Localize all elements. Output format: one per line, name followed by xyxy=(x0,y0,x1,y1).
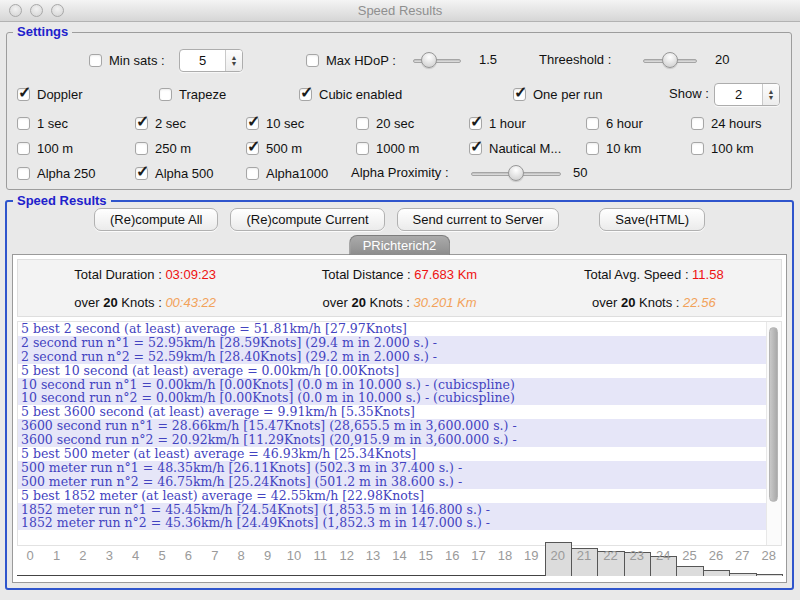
min-sats-spinner[interactable]: 5 ▲▼ xyxy=(179,49,243,72)
histogram-tick-label: 10 xyxy=(281,548,307,563)
total-duration: Total Duration : 03:09:23 xyxy=(74,267,216,282)
histogram-tick-label: 13 xyxy=(360,548,386,563)
alpha-proximity-slider[interactable] xyxy=(471,165,561,182)
checkbox-box xyxy=(513,88,526,101)
checkbox-alpha-250[interactable]: Alpha 250 xyxy=(17,162,96,184)
minimize-button[interactable] xyxy=(30,4,43,17)
checkbox-100-m[interactable]: 100 m xyxy=(17,137,73,159)
speed-over-knots: over 20 Knots : 22.56 xyxy=(592,295,716,310)
checkbox-box xyxy=(586,142,599,155)
checkbox-2-sec[interactable]: 2 sec xyxy=(135,112,186,134)
max-hdop-slider[interactable] xyxy=(413,52,461,69)
slider-thumb[interactable] xyxy=(421,52,437,68)
histogram-tick-label: 23 xyxy=(624,548,650,563)
checkbox-1-sec[interactable]: 1 sec xyxy=(17,112,68,134)
checkbox-one-per-run[interactable]: One per run xyxy=(513,83,602,105)
histogram-tick-label: 6 xyxy=(175,548,201,563)
checkbox-cubic-enabled[interactable]: Cubic enabled xyxy=(299,83,402,105)
checkbox-label: Min sats : xyxy=(109,53,165,68)
checkbox-alpha-1000[interactable]: Alpha1000 xyxy=(246,162,328,184)
scrollbar-thumb[interactable] xyxy=(769,327,778,502)
checkbox-100-km[interactable]: 100 km xyxy=(691,137,754,159)
checkbox-6-hour[interactable]: 6 hour xyxy=(586,112,643,134)
save-html-button[interactable]: Save(HTML) xyxy=(599,208,705,231)
run-line: 3600 second run n°2 = 20.92km/h [11.29Kn… xyxy=(18,433,781,447)
show-label: Show : xyxy=(669,86,709,101)
checkbox-24-hours[interactable]: 24 hours xyxy=(691,112,762,134)
run-line: 500 meter run n°1 = 48.35km/h [26.11Knot… xyxy=(18,461,781,475)
max-hdop-value: 1.5 xyxy=(479,52,497,67)
histogram-tick-label: 4 xyxy=(123,548,149,563)
checkbox-label: One per run xyxy=(533,87,602,102)
send-to-server-button[interactable]: Send current to Server xyxy=(397,208,560,231)
run-results-list[interactable]: 5 best 2 second (at least) average = 51.… xyxy=(17,321,782,546)
checkbox-10-km[interactable]: 10 km xyxy=(586,137,641,159)
duration-over-knots: over 20 Knots : 00:43:22 xyxy=(74,295,216,310)
run-line: 5 best 10 second (at least) average = 0.… xyxy=(18,364,781,378)
checkbox-label: Doppler xyxy=(37,87,83,102)
histogram-tick-label: 15 xyxy=(413,548,439,563)
checkbox-20-sec[interactable]: 20 sec xyxy=(356,112,414,134)
recompute-all-button[interactable]: (Re)compute All xyxy=(94,208,218,231)
checkbox-box xyxy=(17,167,30,180)
stepper-arrows-icon[interactable]: ▲▼ xyxy=(762,84,779,105)
show-spinner[interactable]: 2 ▲▼ xyxy=(714,83,780,106)
checkbox-nautical-mile[interactable]: Nautical M... xyxy=(469,137,561,159)
slider-thumb[interactable] xyxy=(662,52,678,68)
checkbox-min-sats[interactable]: Min sats : xyxy=(89,49,165,71)
histogram-tick-label: 2 xyxy=(70,548,96,563)
checkbox-label: 500 m xyxy=(266,141,302,156)
histogram-tick-label: 24 xyxy=(650,548,676,563)
checkbox-box xyxy=(135,117,148,130)
stepper-arrows-icon[interactable]: ▲▼ xyxy=(225,50,242,71)
checkbox-box xyxy=(89,54,102,67)
tab-prichterich2[interactable]: PRichterich2 xyxy=(349,235,451,255)
histogram-slot: 26 xyxy=(703,546,729,579)
run-line: 10 second run n°2 = 0.00km/h [0.00Knots]… xyxy=(18,391,781,405)
checkbox-box xyxy=(586,117,599,130)
checkbox-trapeze[interactable]: Trapeze xyxy=(159,83,226,105)
histogram-tick-label: 20 xyxy=(545,548,571,563)
histogram-tick-label: 5 xyxy=(149,548,175,563)
checkbox-label: 10 km xyxy=(606,141,641,156)
checkbox-1000-m[interactable]: 1000 m xyxy=(356,137,419,159)
checkbox-10-sec[interactable]: 10 sec xyxy=(246,112,304,134)
checkbox-doppler[interactable]: Doppler xyxy=(17,83,83,105)
total-distance-value: 67.683 Km xyxy=(414,267,477,282)
checkbox-max-hdop[interactable]: Max HDoP : xyxy=(306,49,396,71)
histogram-slot: 13 xyxy=(360,546,386,579)
threshold-slider[interactable] xyxy=(643,52,697,69)
histogram-tick-label: 9 xyxy=(254,548,280,563)
histogram-slot: 23 xyxy=(624,546,650,579)
checkbox-500-m[interactable]: 500 m xyxy=(246,137,302,159)
histogram-slot: 19 xyxy=(518,546,544,579)
histogram-slot: 25 xyxy=(676,546,702,579)
checkbox-box xyxy=(159,88,172,101)
checkbox-label: 1000 m xyxy=(376,141,419,156)
checkbox-box xyxy=(135,167,148,180)
checkbox-label: 1 hour xyxy=(489,116,526,131)
checkbox-label: Alpha1000 xyxy=(266,166,328,181)
histogram-tick-label: 14 xyxy=(386,548,412,563)
results-tab-panel: Total Duration : 03:09:23 Total Distance… xyxy=(12,254,787,583)
histogram-slot: 17 xyxy=(465,546,491,579)
run-line: 10 second run n°1 = 0.00km/h [0.00Knots]… xyxy=(18,378,781,392)
checkbox-250-m[interactable]: 250 m xyxy=(135,137,191,159)
checkbox-1-hour[interactable]: 1 hour xyxy=(469,112,526,134)
zoom-button[interactable] xyxy=(51,4,64,17)
checkbox-box xyxy=(246,142,259,155)
slider-thumb[interactable] xyxy=(508,165,524,181)
histogram-slot: 8 xyxy=(228,546,254,579)
histogram-slot: 10 xyxy=(281,546,307,579)
close-button[interactable] xyxy=(9,4,22,17)
vertical-scrollbar[interactable] xyxy=(766,322,781,545)
histogram-tick-label: 28 xyxy=(756,548,782,563)
window-title: Speed Results xyxy=(358,3,443,18)
checkbox-label: 250 m xyxy=(155,141,191,156)
run-line: 1852 meter run n°2 = 45.36km/h [24.49Kno… xyxy=(18,516,781,530)
histogram-tick-label: 11 xyxy=(307,548,333,563)
recompute-current-button[interactable]: (Re)compute Current xyxy=(230,208,384,231)
checkbox-alpha-500[interactable]: Alpha 500 xyxy=(135,162,214,184)
checkbox-box xyxy=(299,88,312,101)
histogram-bar xyxy=(756,574,783,576)
